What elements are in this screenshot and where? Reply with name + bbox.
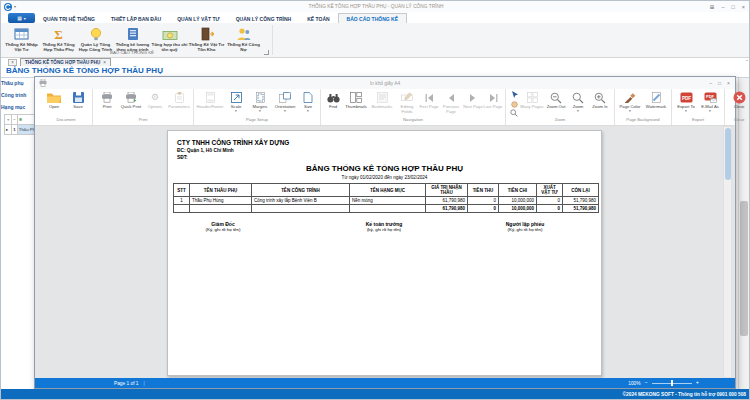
quick-print-button[interactable]: Quick Print: [119, 89, 143, 110]
window-title: THỐNG KÊ TỔNG HỢP THẦU PHỤ - QUẢN LÝ CÔN…: [1, 4, 750, 9]
print-button[interactable]: Print: [95, 89, 119, 110]
tab-ke-toan[interactable]: KẾ TOÁN: [299, 14, 337, 23]
close-document-button[interactable]: ×: [8, 59, 17, 66]
copyright-text: ©2024 MEKONG SOFT - Thông tin hỗ trợ 090…: [623, 392, 746, 397]
tab-thiet-lap-ban-dau[interactable]: THIẾT LẬP BAN ĐẦU: [103, 14, 169, 23]
page-color-button[interactable]: Page Color ▾: [617, 89, 643, 113]
watermark-button[interactable]: Watermark: [643, 89, 669, 110]
zoom-minus-button[interactable]: −: [645, 380, 648, 386]
page-info: Page 1 of 1: [114, 381, 139, 386]
find-button[interactable]: Find: [323, 89, 343, 110]
ribbon-group-dialog-launcher-icon[interactable]: [264, 50, 269, 55]
zoom-slider[interactable]: [652, 383, 692, 384]
save-button[interactable]: Save: [66, 89, 90, 110]
ribbon-separator: [272, 25, 273, 55]
zoom-out-icon: [550, 91, 562, 104]
magnifier-tool-button[interactable]: [508, 109, 520, 117]
preview-scrollbar-thumb[interactable]: [725, 128, 731, 180]
printer-icon: [101, 91, 113, 104]
zoom-in-icon: [594, 91, 606, 104]
thong-ke-luong-button[interactable]: Thống kê lương theo công trình: [114, 25, 151, 53]
last-page-icon: [489, 91, 498, 104]
zoom-slider-thumb[interactable]: [671, 380, 673, 386]
grid-row[interactable]: ▸ 1 Thầu Phụ Hùng: [5, 125, 35, 135]
door-export-icon: [199, 26, 214, 41]
pdf-email-icon: PDF: [704, 91, 717, 104]
thong-ke-vat-tu-ton-kho-button[interactable]: Thống Kê Vật Tư Tồn Kho: [188, 25, 225, 53]
orientation-icon: [279, 91, 291, 104]
size-button[interactable]: Size ▾: [298, 89, 318, 113]
tab-quan-tri-he-thong[interactable]: QUẢN TRỊ HỆ THỐNG: [35, 14, 103, 23]
preview-content-area[interactable]: CTY TNHH CÔNG TRÌNH XÂY DỰNG ĐC: Quận 1,…: [35, 126, 735, 378]
export-to-button[interactable]: PDF Export To ▾: [674, 89, 698, 113]
quick-access-caret-icon[interactable]: ▾: [14, 4, 16, 9]
signature-preparer: Người lập phiếu (Ký, ghi rõ họ tên): [506, 221, 545, 232]
minimize-button[interactable]: –: [721, 4, 724, 10]
filter-label-cong-trinh: Công trình: [1, 92, 34, 98]
preview-caption: In khổ giấy A4: [35, 81, 735, 86]
close-preview-button[interactable]: Close: [727, 89, 750, 110]
grid-expand-icon[interactable]: ＋: [5, 115, 12, 125]
thumbnails-button[interactable]: Thumbnails: [343, 89, 369, 110]
quan-ly-tong-hop-cong-trinh-button[interactable]: Quản Lý Tổng Hợp Công Trình: [77, 25, 114, 53]
tab-close-icon[interactable]: ×: [103, 60, 106, 65]
pointer-tool-button[interactable]: [508, 91, 520, 99]
save-floppy-icon: [73, 91, 84, 104]
report-period: Từ ngày 01/02/2020 đến ngày 23/02/2024: [168, 175, 601, 180]
main-scrollbar-thumb[interactable]: [740, 201, 748, 336]
scale-button[interactable]: Scale ▾: [224, 89, 248, 113]
ribbon: Thống Kê Nhập Vật Tư Σ Thống Kê Tổng Hợp…: [1, 23, 750, 58]
parameters-button: Parameters: [167, 89, 191, 110]
report-title: BẢNG THỐNG KÊ TỔNG HỢP THẦU PHỤ: [168, 164, 601, 173]
preview-caption-bar[interactable]: In khổ giấy A4 – □ ×: [35, 77, 735, 89]
margins-button[interactable]: Margins ▾: [248, 89, 272, 113]
clipboard-icon: [175, 91, 184, 104]
zoom-plus-button[interactable]: +: [696, 380, 699, 386]
bookmarks-icon: [377, 91, 388, 104]
options-button: ⚙ Options: [143, 89, 167, 110]
preview-maximize-button[interactable]: □: [718, 80, 721, 86]
file-menu-button[interactable]: ▦▾: [8, 13, 35, 23]
signature-director: Giám Đốc (Ký, ghi rõ họ tên): [206, 221, 241, 232]
subcontractor-grid[interactable]: ＋ − ✽ ▸ 1 Thầu Phụ Hùng: [4, 114, 34, 148]
grid-settings-icon[interactable]: ✽: [17, 115, 34, 125]
tab-bao-cao-thong-ke[interactable]: BÁO CÁO THỐNG KÊ: [338, 13, 407, 23]
zoom-out-button[interactable]: Zoom Out: [544, 89, 568, 110]
document-tab[interactable]: THỐNG KÊ TỔNG HỢP THẦU PHỤ ×: [20, 58, 111, 66]
scale-icon: [231, 91, 242, 104]
filter-label-hang-muc: Hạng mục: [1, 104, 34, 110]
ribbon-display-options-icon[interactable]: ⊞: [710, 4, 715, 10]
ribbon-group-label: BÁO CÁO THỐNG KÊ: [1, 50, 263, 55]
preview-close-button[interactable]: ×: [727, 80, 730, 86]
preview-scrollbar[interactable]: [723, 126, 732, 378]
tong-hop-thu-chi-button[interactable]: Tổng hợp thu chi tồn quỹ: [151, 25, 188, 53]
title-bar: ▾ THỐNG KÊ TỔNG HỢP THẦU PHỤ - QUẢN LÝ C…: [1, 1, 750, 12]
open-folder-icon: [47, 91, 61, 104]
tab-quan-ly-vat-tu[interactable]: QUẢN LÝ VẬT TƯ: [169, 14, 227, 23]
hand-tool-button[interactable]: [508, 100, 520, 108]
collapse-ribbon-icon[interactable]: ˆ: [746, 59, 748, 65]
file-menu-icon: ▦: [17, 15, 22, 21]
orientation-button[interactable]: Orientation ▾: [272, 89, 298, 113]
email-as-button[interactable]: PDF E-Mail As ▾: [698, 89, 722, 113]
open-button[interactable]: Open: [42, 89, 66, 110]
maximize-button[interactable]: □: [731, 4, 734, 10]
paint-brush-icon: [624, 91, 636, 104]
margins-icon: [256, 91, 265, 104]
preview-minimize-button[interactable]: –: [709, 80, 712, 86]
zoom-in-button[interactable]: Zoom In: [588, 89, 612, 110]
thong-ke-cong-no-button[interactable]: Thống Kê Công Nợ: [225, 25, 262, 53]
report-page: CTY TNHH CÔNG TRÌNH XÂY DỰNG ĐC: Quận 1,…: [167, 130, 602, 376]
close-button[interactable]: ×: [742, 4, 745, 10]
table-row: 1 Thầu Phụ Hùng Công trình xây lắp Bệnh …: [174, 197, 599, 205]
next-page-icon: [469, 91, 477, 104]
thong-ke-tong-hop-thau-phu-button[interactable]: Σ Thống Kê Tổng Hợp Thầu Phụ: [40, 25, 77, 53]
page-size-icon: [303, 91, 313, 104]
preview-toolbar: Open Save Document Print: [35, 89, 735, 126]
zoom-button[interactable]: Zoom ▾: [568, 89, 588, 113]
many-pages-button: Many Pages: [520, 89, 544, 110]
close-red-icon: [733, 91, 746, 104]
tab-quan-ly-cong-trinh[interactable]: QUẢN LÝ CÔNG TRÌNH: [228, 14, 300, 23]
thong-ke-nhap-vat-tu-button[interactable]: Thống Kê Nhập Vật Tư: [3, 25, 40, 53]
book-icon: [126, 26, 140, 41]
